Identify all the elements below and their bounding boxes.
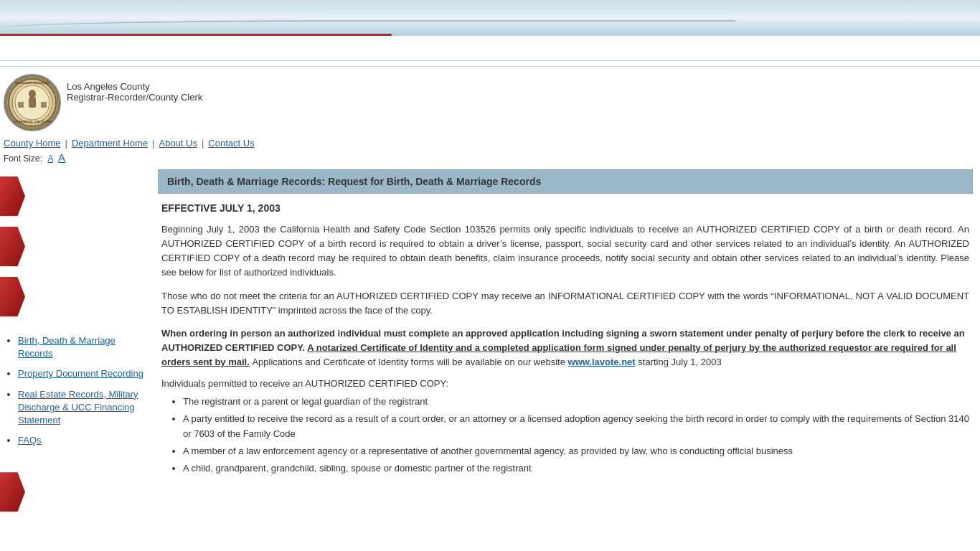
- county-home-link[interactable]: County Home: [4, 138, 60, 149]
- bullet-4: A child, grandparent, grandchild, siblin…: [183, 463, 532, 474]
- top-banner: [0, 0, 980, 36]
- org-seal: REGISTRAR-RECORDER LOS ANGELES · CALIFOR…: [4, 74, 61, 131]
- content-para-3: When ordering in person an authorized in…: [161, 326, 969, 369]
- org-name2: Registrar-Recorder/County Clerk: [67, 92, 202, 103]
- org-name1: Los Angeles County: [67, 81, 202, 92]
- bullet-list: The registrant or a parent or legal guar…: [161, 395, 969, 476]
- svg-text:LOS ANGELES · CALIFORNIA: LOS ANGELES · CALIFORNIA: [12, 120, 53, 123]
- effective-date: EFFECTIVE JULY 1, 2003: [161, 202, 969, 214]
- sidebar-link-real-estate[interactable]: Real Estate Records, Military Discharge …: [18, 389, 138, 425]
- lavote-link[interactable]: www.lavote.net: [568, 357, 636, 367]
- para3-normal: Applications and Certificate of Identity…: [252, 357, 567, 367]
- about-us-link[interactable]: About Us: [159, 138, 197, 149]
- content-para-1: Beginning July 1, 2003 the California He…: [161, 222, 969, 281]
- contact-us-link[interactable]: Contact Us: [208, 138, 254, 149]
- nav-sep-2: |: [152, 138, 154, 149]
- para3-date: starting July 1, 2003: [636, 357, 722, 367]
- svg-rect-7: [18, 102, 24, 108]
- list-item: FAQs: [18, 434, 147, 447]
- nav-links: County Home | Department Home | About Us…: [0, 138, 980, 149]
- org-header: REGISTRAR-RECORDER LOS ANGELES · CALIFOR…: [0, 67, 980, 135]
- content-area: Birth, Death & Marriage Records: Request…: [154, 169, 980, 551]
- main-layout: Birth, Death & Marriage Records Property…: [0, 169, 980, 551]
- sidebar-tab-2: [0, 227, 25, 266]
- sidebar: Birth, Death & Marriage Records Property…: [0, 169, 154, 551]
- list-item: The registrant or a parent or legal guar…: [183, 395, 969, 409]
- second-banner: [0, 36, 980, 61]
- list-item: Property Document Recording: [18, 367, 147, 380]
- list-item: A party entitled to receive the record a…: [183, 412, 969, 441]
- nav-sep-1: |: [65, 138, 67, 149]
- svg-rect-8: [41, 102, 47, 108]
- permitted-title: Individuals permitted to receive an AUTH…: [161, 378, 969, 389]
- org-info: Los Angeles County Registrar-Recorder/Co…: [67, 81, 202, 103]
- sidebar-tab-4: [0, 472, 25, 512]
- sidebar-nav-list: Birth, Death & Marriage Records Property…: [7, 334, 147, 447]
- content-body: EFFECTIVE JULY 1, 2003 Beginning July 1,…: [158, 202, 973, 476]
- svg-text:REGISTRAR-RECORDER: REGISTRAR-RECORDER: [15, 81, 50, 85]
- sidebar-link-property[interactable]: Property Document Recording: [18, 368, 143, 379]
- content-title-bar: Birth, Death & Marriage Records: Request…: [158, 169, 973, 194]
- bullet-3: A member of a law enforcement agency or …: [183, 446, 793, 456]
- list-item: Birth, Death & Marriage Records: [18, 334, 147, 360]
- third-banner: [0, 61, 980, 67]
- nav-sep-3: |: [202, 138, 204, 149]
- font-size-label: Font Size:: [4, 154, 42, 164]
- content-title: Birth, Death & Marriage Records: Request…: [167, 176, 541, 187]
- list-item: A child, grandparent, grandchild, siblin…: [183, 461, 969, 476]
- sidebar-link-faqs[interactable]: FAQs: [18, 435, 42, 446]
- sidebar-link-birth-death[interactable]: Birth, Death & Marriage Records: [18, 335, 116, 359]
- list-item: A member of a law enforcement agency or …: [183, 444, 969, 458]
- font-size-small[interactable]: A: [47, 154, 52, 164]
- department-home-link[interactable]: Department Home: [72, 138, 148, 149]
- svg-rect-4: [29, 98, 36, 108]
- font-size-row: Font Size: A A: [0, 149, 980, 169]
- sidebar-links: Birth, Death & Marriage Records Property…: [0, 331, 154, 458]
- sidebar-tab-3: [0, 277, 25, 316]
- svg-point-3: [29, 90, 36, 98]
- list-item: Real Estate Records, Military Discharge …: [18, 388, 147, 428]
- font-size-large[interactable]: A: [58, 151, 65, 164]
- sidebar-tab-1: [0, 176, 25, 216]
- bullet-2: A party entitled to receive the record a…: [183, 413, 969, 438]
- content-para-2: Those who do not meet the criteria for a…: [161, 289, 969, 318]
- bullet-1: The registrant or a parent or legal guar…: [183, 396, 428, 407]
- seal-inner: REGISTRAR-RECORDER LOS ANGELES · CALIFOR…: [7, 77, 57, 128]
